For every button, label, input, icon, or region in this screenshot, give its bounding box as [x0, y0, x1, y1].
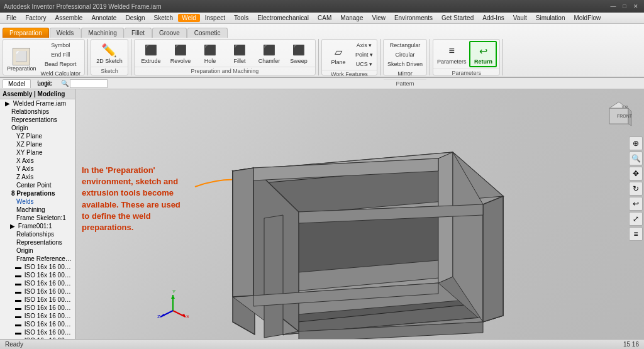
menu-item-add-ins[interactable]: Add-Ins	[479, 14, 508, 22]
button-sketch-driven[interactable]: Sketch Driven	[386, 60, 424, 69]
menu-item-cam[interactable]: CAM	[314, 14, 335, 22]
zoom-fit-button[interactable]: ⊕	[629, 136, 643, 150]
button-preparation[interactable]: ⬜Preparation	[6, 47, 38, 73]
menu-item-inspect[interactable]: Inspect	[201, 14, 229, 22]
button-axis[interactable]: Axis ▾	[354, 41, 374, 50]
button-circular[interactable]: Circular	[386, 50, 424, 59]
search-icon[interactable]: 🔍	[61, 80, 69, 87]
button-fillet[interactable]: ⬛Fillet	[226, 42, 253, 65]
view-button[interactable]: ⤢	[629, 212, 643, 226]
browser-item[interactable]: YZ Plane	[0, 132, 75, 140]
menu-item-manage[interactable]: Manage	[336, 14, 367, 22]
browser-item[interactable]: ▬ ISO 16x 16 00000007:1	[0, 312, 75, 320]
nav-cube-svg: FRONT TOP	[600, 96, 638, 133]
menu-item-weld[interactable]: Weld	[178, 14, 200, 22]
menu-item-environments[interactable]: Environments	[391, 14, 436, 22]
button-mirror[interactable]: Mirror	[386, 69, 424, 78]
browser-search-input[interactable]	[70, 79, 108, 88]
browser-item[interactable]: Center Point	[0, 181, 75, 189]
button-2d-sketch[interactable]: ✏️2D Sketch	[95, 42, 124, 65]
button-ucs[interactable]: UCS ▾	[354, 60, 374, 69]
ribbon-group-pattern: RectangularCircularSketch DrivenMirrorPa…	[383, 39, 427, 75]
browser-item[interactable]: Origin	[0, 124, 75, 132]
ribbon-tab-fillet[interactable]: Fillet	[125, 28, 152, 38]
menu-item-view[interactable]: View	[368, 14, 389, 22]
menu-item-file[interactable]: File	[3, 14, 20, 22]
menu-item-tools[interactable]: Tools	[230, 14, 252, 22]
browser-item[interactable]: ▬ ISO 16x 16 00000006:1	[0, 304, 75, 312]
minimize-button[interactable]: —	[609, 2, 618, 11]
tab-model[interactable]: Model	[3, 79, 31, 88]
menu-item-design[interactable]: Design	[121, 14, 148, 22]
viewport[interactable]: In the 'Preparation' environment, sketch…	[75, 89, 644, 339]
svg-marker-38	[171, 295, 175, 299]
button-parameters[interactable]: ≡Parameters	[436, 42, 468, 66]
close-button[interactable]: ✕	[631, 2, 640, 11]
ribbon-tab-preparation[interactable]: Preparation	[3, 28, 49, 38]
menu-item-factory[interactable]: Factory	[21, 14, 50, 22]
browser-item[interactable]: 8 Preparations	[0, 189, 75, 197]
button-point[interactable]: Point ▾	[354, 50, 374, 59]
zoom-button[interactable]: 🔍	[629, 152, 643, 165]
browser-item[interactable]: XY Plane	[0, 148, 75, 157]
nav-cube[interactable]: FRONT TOP	[600, 96, 638, 133]
menu-item-moldflow[interactable]: MoldFlow	[570, 14, 604, 22]
browser-item[interactable]: Relationships	[0, 230, 75, 238]
browser-item[interactable]: Frame Skeleton:1	[0, 214, 75, 222]
orbit-button[interactable]: ↻	[629, 182, 643, 196]
button-plane[interactable]: ▱Plane	[325, 43, 352, 67]
browser-item[interactable]: ▶ Welded Frame.iam	[0, 99, 75, 108]
button-hole[interactable]: ⬛Hole	[196, 42, 224, 65]
menu-item-sketch[interactable]: Sketch	[150, 14, 177, 22]
ribbon-tab-machining[interactable]: Machining	[81, 28, 124, 38]
button-end-fill[interactable]: End Fill	[40, 50, 82, 59]
button-sweep[interactable]: ⬛Sweep	[285, 42, 313, 65]
menu-item-annotate[interactable]: Annotate	[87, 14, 120, 22]
pan-button[interactable]: ✥	[629, 167, 643, 180]
menu-item-simulation[interactable]: Simulation	[532, 14, 569, 22]
browser-item[interactable]: X Axis	[0, 157, 75, 165]
window-controls[interactable]: — □ ✕	[609, 2, 640, 11]
button-bead-report[interactable]: Bead Report	[40, 60, 82, 69]
menu-item-vault[interactable]: Vault	[509, 14, 531, 22]
browser-item[interactable]: Welds	[0, 197, 75, 206]
browser-item[interactable]: Z Axis	[0, 173, 75, 181]
button-return[interactable]: ↩Return	[469, 41, 497, 67]
tab-logic[interactable]: Logic	[32, 79, 57, 87]
browser-item[interactable]: Origin	[0, 247, 75, 255]
browser-item[interactable]: ▶ Frame001:1	[0, 222, 75, 230]
ribbon-tab-cosmetic[interactable]: Cosmetic	[187, 28, 228, 38]
button-weld-calculator[interactable]: Weld Calculator	[40, 69, 82, 78]
browser-item[interactable]: Relationships	[0, 108, 75, 116]
browser-item[interactable]: XZ Plane	[0, 140, 75, 148]
browser-item[interactable]: ▬ ISO 16x 16 00000003:1	[0, 279, 75, 287]
menu-item-get started[interactable]: Get Started	[438, 14, 477, 22]
browser-item[interactable]: Representations	[0, 238, 75, 247]
button-chamfer[interactable]: ⬛Chamfer	[255, 42, 283, 65]
maximize-button[interactable]: □	[620, 2, 629, 11]
ribbon-tabs: PreparationWeldsMachiningFilletGrooveCos…	[0, 24, 644, 38]
svg-marker-22	[438, 152, 453, 283]
browser-item[interactable]: Y Axis	[0, 165, 75, 173]
button-rectangular[interactable]: Rectangular	[386, 41, 424, 50]
menu-item-electromechanical[interactable]: Electromechanical	[253, 14, 313, 22]
browser-item[interactable]: ▬ ISO 16x 16 00000004:1	[0, 287, 75, 296]
browser-item[interactable]: ▬ ISO 16x 16 00000002:1	[0, 271, 75, 279]
browser-item[interactable]: ▬ ISO 16x 16 00000001:1	[0, 263, 75, 271]
status-coords: 15 16	[623, 341, 639, 348]
button-revolve[interactable]: ⬛Revolve	[167, 42, 194, 65]
ribbon-tab-welds[interactable]: Welds	[50, 28, 81, 38]
browser-item[interactable]: ▬ ISO 16x 16 00000008:1	[0, 320, 75, 328]
appearance-button[interactable]: ≡	[629, 227, 643, 241]
browser-item[interactable]: Frame Reference Model	[0, 255, 75, 263]
browser-item[interactable]: ▬ ISO 16x 16 00000009:1	[0, 328, 75, 336]
model-tab-bar: Model Logic 🔍	[0, 78, 644, 89]
browser-item[interactable]: ▬ ISO 16x 16 00000005:1	[0, 296, 75, 304]
button-symbol[interactable]: Symbol	[40, 41, 82, 50]
undo-button[interactable]: ↩	[629, 197, 643, 211]
menu-item-assemble[interactable]: Assemble	[51, 14, 86, 22]
button-extrude[interactable]: ⬛Extrude	[137, 42, 165, 65]
browser-item[interactable]: Machining	[0, 206, 75, 214]
ribbon-tab-groove[interactable]: Groove	[152, 28, 187, 38]
browser-item[interactable]: Representations	[0, 116, 75, 124]
